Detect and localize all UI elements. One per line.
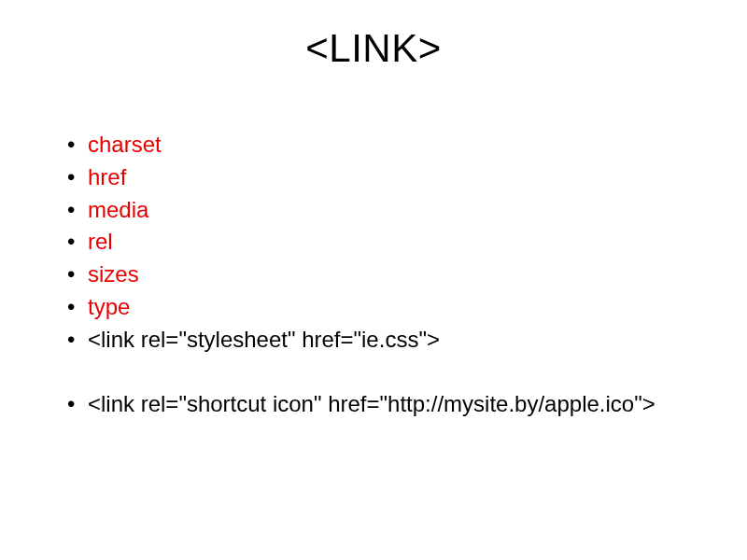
bullet-list: charset href media rel sizes type <link … — [58, 129, 689, 420]
list-item: charset — [67, 129, 689, 161]
list-item: href — [67, 161, 689, 194]
list-item: media — [67, 194, 689, 227]
list-item: <link rel="stylesheet" href="ie.css"> — [67, 324, 689, 357]
slide: <LINK> charset href media rel sizes type… — [0, 0, 747, 560]
list-item: sizes — [67, 259, 689, 291]
list-item: <link rel="shortcut icon" href="http://m… — [67, 388, 689, 421]
slide-title: <LINK> — [58, 26, 689, 71]
list-item: type — [67, 291, 689, 324]
spacer — [67, 357, 689, 388]
list-item: rel — [67, 226, 689, 259]
